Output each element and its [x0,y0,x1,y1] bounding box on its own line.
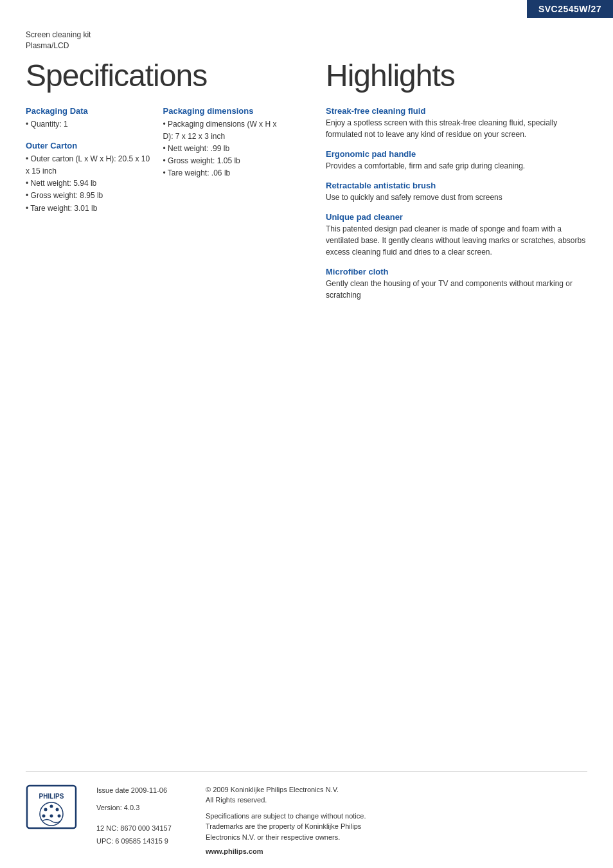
highlight-title-streak: Streak-free cleaning fluid [326,106,587,116]
highlight-microfiber: Microfiber cloth Gently clean the housin… [326,267,587,301]
highlight-antistatic: Retractable antistatic brush Use to quic… [326,181,587,203]
packaging-data-list: Quantity: 1 [26,118,150,131]
highlight-ergonomic: Ergonomic pad handle Provides a comforta… [326,149,587,172]
list-item: Packaging dimensions (W x H x D): 7 x 12… [163,118,288,143]
copyright: © 2009 Koninklijke Philips Electronics N… [206,784,587,806]
highlight-desc-microfiber: Gently clean the housing of your TV and … [326,278,587,301]
footer: PHILIPS Issue date 2009-11-06 Version: 4… [26,771,587,869]
packaging-dimensions-section: Packaging dimensions Packaging dimension… [163,106,288,180]
svg-point-8 [58,814,61,817]
highlight-desc-antistatic: Use to quickly and safely remove dust fr… [326,192,587,203]
highlight-title-antistatic: Retractable antistatic brush [326,181,587,190]
highlight-pad-cleaner: Unique pad cleaner This patented design … [326,212,587,258]
specifications-title: Specifications [26,58,287,93]
highlights-column: Highlights Streak-free cleaning fluid En… [306,51,587,530]
svg-point-4 [44,808,48,811]
list-item: Nett weight: 5.94 lb [26,177,150,190]
nc-upc: 12 NC: 8670 000 34157 UPC: 6 09585 14315… [96,822,186,848]
svg-point-7 [50,814,53,817]
footer-info: Issue date 2009-11-06 Version: 4.0.3 12 … [96,784,186,848]
issue-date: Issue date 2009-11-06 [96,784,186,797]
list-item: Outer carton (L x W x H): 20.5 x 10 x 15… [26,153,150,177]
website-link[interactable]: www.philips.com [206,847,587,855]
product-code: SVC2545W/27 [527,0,613,18]
outer-carton-list: Outer carton (L x W x H): 20.5 x 10 x 15… [26,153,150,215]
spec-left-inner: Packaging Data Quantity: 1 Outer Carton … [26,106,163,225]
highlight-desc-streak: Enjoy a spotless screen with this streak… [326,117,587,140]
list-item: Nett weight: .99 lb [163,143,288,155]
packaging-data-title: Packaging Data [26,106,150,116]
product-line2: Plasma/LCD [26,41,587,51]
packaging-dimensions-title: Packaging dimensions [163,106,288,116]
svg-point-6 [42,814,46,817]
highlight-title-ergonomic: Ergonomic pad handle [326,149,587,159]
list-item: Tare weight: .06 lb [163,167,288,179]
packaging-data-section: Packaging Data Quantity: 1 [26,106,150,131]
product-line1: Screen cleaning kit [26,30,587,41]
product-subtitle: Screen cleaning kit Plasma/LCD [0,18,613,51]
outer-carton-title: Outer Carton [26,141,150,150]
footer-legal: © 2009 Koninklijke Philips Electronics N… [206,784,587,856]
svg-text:PHILIPS: PHILIPS [39,793,64,800]
disclaimer: Specifications are subject to change wit… [206,811,587,843]
highlight-desc-pad: This patented design pad cleaner is made… [326,223,587,258]
list-item: Gross weight: 8.95 lb [26,190,150,202]
list-item: Quantity: 1 [26,118,150,131]
outer-carton-section: Outer Carton Outer carton (L x W x H): 2… [26,141,150,215]
highlight-title-pad: Unique pad cleaner [326,212,587,222]
highlight-streak-free: Streak-free cleaning fluid Enjoy a spotl… [326,106,587,140]
version: Version: 4.0.3 [96,802,186,815]
highlight-title-microfiber: Microfiber cloth [326,267,587,276]
svg-point-5 [56,808,59,811]
svg-point-3 [50,804,53,808]
spec-right-inner: Packaging dimensions Packaging dimension… [163,106,288,225]
highlights-title: Highlights [326,58,587,93]
specifications-column: Specifications Packaging Data Quantity: … [26,51,306,530]
list-item: Tare weight: 3.01 lb [26,203,150,215]
list-item: Gross weight: 1.05 lb [163,155,288,167]
highlight-desc-ergonomic: Provides a comfortable, firm and safe gr… [326,160,587,172]
philips-logo: PHILIPS [26,784,77,831]
packaging-dimensions-list: Packaging dimensions (W x H x D): 7 x 12… [163,118,288,180]
